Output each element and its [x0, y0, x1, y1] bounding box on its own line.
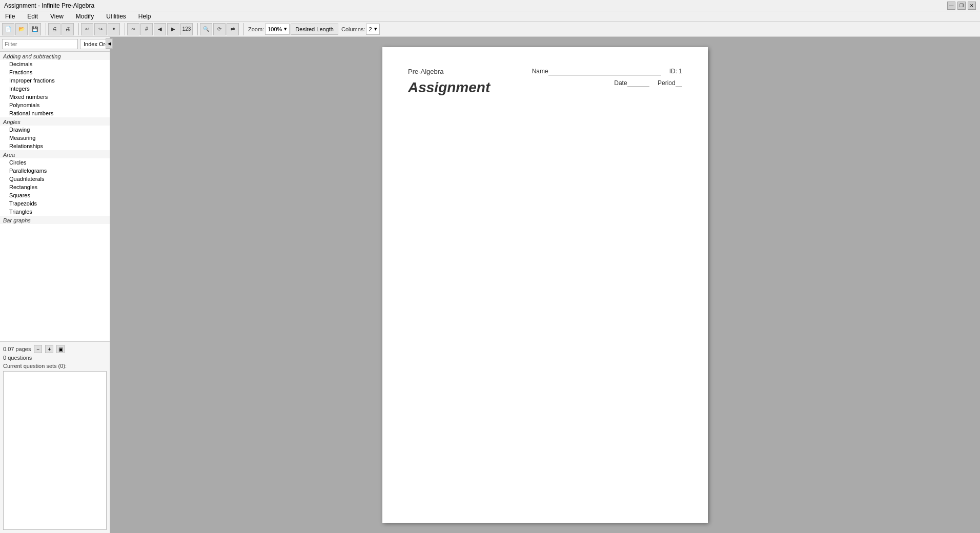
toolbar-separator-1 — [43, 23, 46, 35]
save-button[interactable]: 💾 — [29, 23, 41, 35]
topic-improper-fractions[interactable]: Improper fractions — [0, 76, 110, 85]
hash-btn[interactable]: # — [140, 23, 153, 35]
columns-chevron-icon: ▾ — [374, 26, 377, 32]
panel-collapse-button[interactable]: ◀ — [106, 38, 113, 49]
window-controls: — ❐ ✕ — [947, 2, 976, 10]
topic-fractions[interactable]: Fractions — [0, 68, 110, 76]
menu-bar: File Edit View Modify Utilities Help — [0, 11, 980, 22]
bottom-panel: 0.07 pages − + ▣ 0 questions Current que… — [0, 341, 110, 533]
paper: Pre-Algebra Name ID: 1 Assignment Date P… — [382, 47, 708, 523]
toolbar-separator-3 — [122, 23, 125, 35]
new-button[interactable]: 📄 — [2, 23, 14, 35]
restore-button[interactable]: ❐ — [957, 2, 966, 10]
filter-area: Index Order — [0, 37, 110, 52]
topic-decimals[interactable]: Decimals — [0, 60, 110, 68]
toolbar: 📄 📂 💾 🖨 🖨 ↩ ↪ ✦ ∞ # ◀ ▶ 123 🔍 ⟳ ⇄ Zoom: … — [0, 22, 980, 37]
topic-integers[interactable]: Integers — [0, 85, 110, 93]
date-line — [627, 79, 649, 87]
redo-button[interactable]: ↪ — [94, 23, 107, 35]
toolbar-separator-2 — [76, 23, 79, 35]
topic-measuring[interactable]: Measuring — [0, 134, 110, 142]
columns-value: 2 — [369, 26, 372, 32]
question-sets-box — [3, 371, 107, 530]
category-bar-graphs: Bar graphs — [0, 216, 110, 224]
current-sets-label: Current question sets (0): — [3, 363, 107, 369]
paper-header: Pre-Algebra Name ID: 1 — [408, 68, 682, 75]
columns-label: Columns: — [341, 26, 365, 32]
id-label: ID: 1 — [669, 68, 682, 75]
menu-help[interactable]: Help — [135, 12, 154, 21]
something-btn[interactable]: ✦ — [108, 23, 120, 35]
print-preview-button[interactable]: 🖨 — [48, 23, 60, 35]
questions-value: 0 questions — [3, 355, 107, 361]
search-btn[interactable]: 🔍 — [200, 23, 212, 35]
topic-mixed-numbers[interactable]: Mixed numbers — [0, 93, 110, 101]
category-area: Area — [0, 150, 110, 158]
topic-quadrilaterals[interactable]: Quadrilaterals — [0, 175, 110, 183]
period-label: Period — [658, 79, 682, 87]
pages-info: 0.07 pages − + ▣ — [3, 345, 107, 353]
pages-decrease-button[interactable]: − — [34, 345, 42, 353]
number-btn[interactable]: 123 — [180, 23, 193, 35]
main-layout: Index Order Adding and subtracting Decim… — [0, 37, 980, 533]
topic-circles[interactable]: Circles — [0, 158, 110, 167]
topic-list: Adding and subtracting Decimals Fraction… — [0, 52, 110, 341]
zoom-value: 100% — [268, 26, 282, 32]
paper-title: Assignment — [408, 79, 490, 96]
period-line — [676, 79, 682, 87]
zoom-chevron-icon: ▾ — [284, 26, 287, 32]
filter-input[interactable] — [2, 39, 78, 49]
topic-parallelograms[interactable]: Parallelograms — [0, 167, 110, 175]
arrow-right-btn[interactable]: ▶ — [167, 23, 179, 35]
zoom-label: Zoom: — [248, 26, 264, 32]
paper-name-id: Name ID: 1 — [532, 68, 682, 75]
topic-trapezoids[interactable]: Trapezoids — [0, 199, 110, 208]
document-area: Pre-Algebra Name ID: 1 Assignment Date P… — [110, 37, 980, 533]
paper-date-period: Date Period — [614, 79, 682, 87]
shuffle-btn[interactable]: ⇄ — [227, 23, 239, 35]
topic-drawing[interactable]: Drawing — [0, 126, 110, 134]
close-button[interactable]: ✕ — [968, 2, 976, 10]
undo-button[interactable]: ↩ — [81, 23, 93, 35]
menu-utilities[interactable]: Utilities — [103, 12, 129, 21]
menu-modify[interactable]: Modify — [73, 12, 97, 21]
menu-view[interactable]: View — [47, 12, 67, 21]
desired-length-label: Desired Length — [295, 26, 334, 32]
window-title: Assignment - Infinite Pre-Algebra — [4, 2, 94, 9]
topic-triangles[interactable]: Triangles — [0, 208, 110, 216]
minimize-button[interactable]: — — [947, 2, 955, 10]
topic-squares[interactable]: Squares — [0, 191, 110, 199]
toolbar-separator-4 — [195, 23, 198, 35]
print-button[interactable]: 🖨 — [62, 23, 74, 35]
category-angles: Angles — [0, 117, 110, 126]
menu-file[interactable]: File — [2, 12, 18, 21]
name-label: Name — [532, 68, 661, 75]
open-button[interactable]: 📂 — [15, 23, 28, 35]
infinity-btn[interactable]: ∞ — [127, 23, 139, 35]
zoom-dropdown[interactable]: 100% ▾ — [265, 24, 290, 35]
toolbar-separator-5 — [241, 23, 244, 35]
transform-btn[interactable]: ⟳ — [213, 23, 226, 35]
topic-polynomials[interactable]: Polynomials — [0, 101, 110, 109]
paper-subject: Pre-Algebra — [408, 68, 443, 75]
title-bar: Assignment - Infinite Pre-Algebra — ❐ ✕ — [0, 0, 980, 11]
columns-dropdown[interactable]: 2 ▾ — [366, 24, 379, 35]
name-line — [548, 68, 661, 75]
desired-length-button[interactable]: Desired Length — [291, 24, 338, 35]
topic-relationships[interactable]: Relationships — [0, 142, 110, 150]
pages-reset-button[interactable]: ▣ — [56, 345, 65, 353]
topic-rectangles[interactable]: Rectangles — [0, 183, 110, 191]
pages-value: 0.07 pages — [3, 346, 31, 352]
pages-increase-button[interactable]: + — [45, 345, 53, 353]
category-adding-subtracting: Adding and subtracting — [0, 52, 110, 60]
topic-rational-numbers[interactable]: Rational numbers — [0, 109, 110, 117]
arrow-left-btn[interactable]: ◀ — [154, 23, 166, 35]
left-panel: Index Order Adding and subtracting Decim… — [0, 37, 110, 533]
date-label: Date — [614, 79, 649, 87]
menu-edit[interactable]: Edit — [24, 12, 41, 21]
